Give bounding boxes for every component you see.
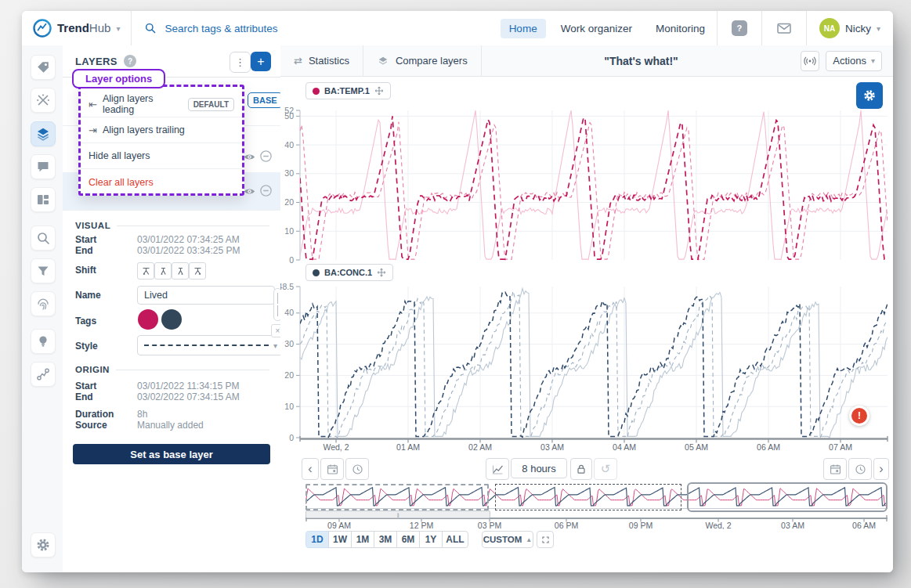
tags-label: Tags (75, 316, 96, 326)
layers-help-icon[interactable]: ? (124, 55, 136, 67)
search-icon (144, 22, 157, 34)
eye-icon[interactable] (243, 185, 256, 198)
magic-wands-icon (35, 92, 51, 108)
search-input[interactable] (163, 22, 370, 35)
live-broadcast-button[interactable] (801, 51, 819, 71)
user-menu[interactable]: NA Nicky ▾ (807, 18, 893, 38)
menu-item-align-leading[interactable]: ⇤ Align layers leading DEFAULT (81, 92, 242, 117)
brand-logo[interactable]: TrendHub ▾ (22, 19, 131, 38)
actions-button[interactable]: Actions▾ (826, 51, 882, 71)
svg-text:30: 30 (284, 168, 294, 178)
lock-icon (575, 463, 587, 475)
custom-range-button[interactable]: CUSTOM▲ (482, 531, 533, 548)
history-reset-button[interactable]: ↺ (594, 458, 617, 480)
move-icon[interactable] (377, 268, 386, 277)
svg-text:48.5: 48.5 (280, 282, 294, 291)
end-time-button[interactable] (848, 458, 872, 480)
chart-settings-button[interactable] (856, 82, 883, 109)
pan-right-button[interactable]: › (873, 458, 889, 480)
range-1w-button[interactable]: 1W (328, 531, 352, 548)
expand-range-button[interactable] (537, 531, 554, 548)
menu-item-align-trailing[interactable]: ⇥ Align layers trailing (81, 117, 242, 143)
annotation-callout-label: Layer options (72, 69, 165, 88)
tag-color-dot-pink[interactable] (138, 309, 158, 330)
origin-start-value: 03/01/2022 11:34:15 PM (137, 381, 240, 391)
overview-brush-origin[interactable] (687, 482, 888, 512)
remove-layer-icon[interactable] (259, 150, 273, 163)
style-label: Style (75, 341, 98, 352)
gear-icon (35, 537, 51, 553)
inbox-button[interactable] (776, 20, 792, 36)
shift-left-button[interactable] (154, 262, 172, 280)
chart-tag-chip-conc[interactable]: BA:CONC.1 (305, 264, 393, 281)
alert-badge[interactable]: ! (849, 406, 869, 426)
range-all-button[interactable]: ALL (442, 531, 468, 548)
move-icon[interactable] (374, 86, 384, 96)
gear-icon (862, 88, 877, 103)
sidebar-item-filters[interactable] (31, 258, 56, 283)
chart-toolbar: ⇄ Statistics Compare layers "That's what… (280, 45, 893, 77)
svg-text:06 PM: 06 PM (555, 521, 578, 529)
add-layer-button[interactable]: + (251, 52, 271, 71)
shift-far-left-button[interactable] (137, 262, 154, 280)
start-date-button[interactable] (320, 458, 344, 480)
svg-text:50: 50 (284, 111, 294, 121)
visual-end-label: End (75, 245, 93, 256)
layer-name-input[interactable] (137, 286, 275, 305)
sidebar-item-formulas[interactable] (31, 88, 56, 113)
line-style-select[interactable]: ▾ (137, 335, 284, 355)
sidebar-item-layers[interactable] (31, 121, 56, 146)
sidebar-item-connections[interactable] (31, 362, 56, 387)
brush-drag-handle[interactable]: ∥ (305, 510, 490, 518)
overview-brush-visual[interactable] (305, 484, 489, 510)
overview-brush-secondary[interactable] (495, 484, 681, 510)
eye-icon[interactable] (243, 150, 256, 164)
fingerprint-icon (35, 296, 51, 312)
menu-item-hide-all-layers[interactable]: Hide all layers (81, 143, 242, 169)
end-date-button[interactable] (823, 458, 847, 480)
sidebar-item-comments[interactable] (31, 154, 56, 179)
tag-color-dot-navy[interactable] (161, 309, 182, 330)
trend-mode-button[interactable] (486, 458, 509, 480)
range-1d-button[interactable]: 1D (305, 531, 329, 548)
set-base-layer-button[interactable]: Set as base layer (73, 444, 270, 464)
calendar-icon (829, 463, 842, 476)
svg-text:30: 30 (284, 339, 294, 348)
start-time-button[interactable] (345, 458, 369, 480)
settings-button[interactable] (31, 532, 56, 557)
chart-tag-chip-temp[interactable]: BA:TEMP.1 (305, 82, 391, 99)
range-1m-button[interactable]: 1M (351, 531, 374, 548)
tag-icon (35, 60, 51, 75)
svg-text:03 AM: 03 AM (781, 521, 804, 529)
clock-icon (854, 463, 867, 476)
menu-item-clear-all-layers[interactable]: Clear all layers (81, 169, 242, 195)
lock-window-button[interactable] (570, 458, 592, 480)
brand-chevron-down-icon[interactable]: ▾ (116, 24, 120, 33)
pan-left-button[interactable]: ‹ (302, 458, 319, 480)
sidebar-item-insights[interactable] (31, 329, 56, 354)
sidebar-item-tags[interactable] (31, 55, 56, 80)
nav-item-monitoring[interactable]: Monitoring (647, 19, 714, 38)
layers-icon (35, 126, 51, 142)
shift-right-button[interactable] (172, 262, 189, 280)
layer-options-button[interactable]: ⋮ (230, 52, 251, 73)
visual-start-label: Start (75, 234, 96, 245)
sidebar-item-search[interactable] (31, 225, 56, 251)
help-button[interactable]: ? (732, 20, 747, 36)
range-3m-button[interactable]: 3M (374, 531, 397, 548)
remove-layer-icon[interactable] (259, 184, 273, 197)
nav-item-work-organizer[interactable]: Work organizer (552, 19, 641, 38)
nav-item-home[interactable]: Home (501, 19, 546, 38)
origin-end-value: 03/02/2022 07:34:15 AM (137, 391, 240, 402)
svg-text:06 AM: 06 AM (852, 521, 876, 529)
range-6m-button[interactable]: 6M (396, 531, 420, 548)
time-window-label[interactable]: 8 hours (511, 458, 567, 478)
sidebar-item-dashboards[interactable] (31, 187, 56, 212)
range-1y-button[interactable]: 1Y (419, 531, 443, 548)
sidebar-item-fingerprint[interactable] (31, 291, 56, 316)
statistics-button[interactable]: ⇄ Statistics (280, 45, 363, 76)
shift-far-right-button[interactable] (189, 262, 206, 280)
svg-text:20: 20 (284, 197, 294, 207)
compare-layers-button[interactable]: Compare layers (363, 45, 482, 76)
comment-icon (35, 159, 51, 175)
